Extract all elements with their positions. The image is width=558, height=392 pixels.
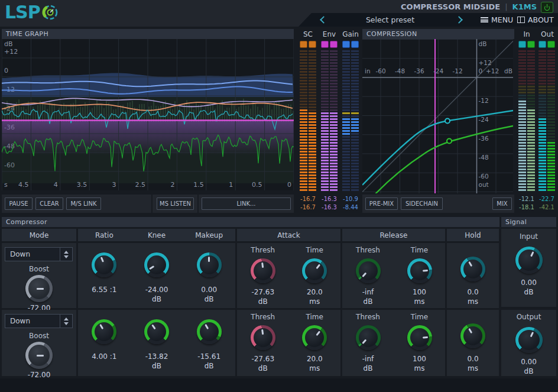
mid-attack-thresh-value: -27.63 — [251, 287, 274, 297]
lsp-logo: LSP — [5, 1, 60, 24]
knee-column-header: Knee — [131, 231, 183, 239]
sc-meter-value-side: -16.7 — [297, 204, 319, 210]
mid-release-thresh-knob[interactable] — [356, 258, 381, 283]
status-bar: + − + − T + − JACK: ON ? ✕ — [0, 378, 558, 392]
svg-text:3: 3 — [112, 181, 116, 189]
mid-mode-select[interactable]: Down — [5, 247, 73, 261]
side-release-time-value: 100 — [413, 354, 426, 364]
side-makeup-knob[interactable] — [197, 319, 222, 344]
input-gain-knob[interactable] — [515, 247, 543, 274]
mix-button[interactable]: MIX — [492, 197, 512, 210]
plugin-title: COMPRESSOR MIDSIDE — [401, 2, 500, 11]
env-side-toggle[interactable] — [330, 41, 338, 48]
side-makeup-unit: dB — [205, 361, 214, 371]
side-release-thresh-knob[interactable] — [356, 325, 381, 350]
side-release-thresh-unit: dB — [364, 364, 373, 373]
compressor-section-title: Compressor — [2, 217, 499, 227]
mid-attack-thresh-unit: dB — [258, 297, 268, 306]
side-mode-select[interactable]: Down — [5, 314, 73, 328]
svg-text:2.5: 2.5 — [135, 181, 146, 189]
svg-text:dB: dB — [504, 67, 512, 74]
side-attack-thresh-value: -27.63 — [251, 354, 274, 364]
side-mode-value: Down — [5, 317, 60, 325]
lsp-logo-gear-icon — [40, 3, 60, 22]
menu-label: MENU — [491, 15, 513, 24]
gain-meter-value-side: -8.44 — [340, 204, 361, 210]
sc-side-toggle[interactable] — [309, 41, 316, 48]
pause-button[interactable]: PAUSE — [5, 197, 33, 210]
gain-side-toggle[interactable] — [351, 41, 359, 48]
side-hold-knob[interactable] — [460, 323, 485, 348]
signal-section-title: Signal — [501, 217, 556, 227]
signal-output-cell: Output 0.00 dB — [501, 310, 556, 376]
compression-graph[interactable]: in-60-48-36-24-120+12dBdB+12-12-24-36-48… — [362, 39, 513, 193]
title-separator: | — [505, 2, 507, 11]
compression-title: COMPRESSION — [362, 29, 514, 39]
in-meter — [518, 50, 535, 191]
in-meter-value-side: -18.1 — [516, 204, 537, 210]
mid-makeup-value: 0.00 — [201, 285, 217, 294]
side-release-time-knob[interactable] — [407, 325, 432, 350]
out-side-toggle[interactable] — [547, 41, 555, 48]
side-boost-knob[interactable] — [25, 342, 53, 369]
makeup-column-header: Makeup — [183, 231, 235, 239]
mid-release-thresh-value: -inf — [362, 287, 374, 297]
svg-text:1: 1 — [229, 181, 233, 189]
link-button[interactable]: LINK... — [202, 197, 291, 210]
time-graph: dB+120-12-24-36-48-60s4.543.532.521.510.… — [2, 39, 294, 190]
in-mid-toggle[interactable] — [518, 41, 526, 48]
plugin-variant: K1MS — [512, 2, 537, 11]
side-knee-value: -13.82 — [145, 352, 168, 361]
output-gain-knob[interactable] — [515, 327, 543, 353]
mid-attack-thresh-knob[interactable] — [251, 258, 275, 283]
mid-boost-knob[interactable] — [25, 275, 53, 302]
svg-text:0: 0 — [479, 67, 483, 74]
menu-button[interactable]: MENU — [481, 15, 513, 24]
side-ratio-knob[interactable] — [92, 319, 116, 344]
bypass-power-button[interactable] — [541, 2, 553, 13]
premix-button[interactable]: PRE-MIX — [365, 197, 398, 210]
mid-attack-time-knob[interactable] — [302, 258, 327, 283]
side-attack-thresh-knob[interactable] — [251, 325, 275, 350]
svg-text:2: 2 — [170, 181, 174, 189]
side-mode-spinner[interactable] — [60, 315, 72, 328]
about-label: ABOUT — [528, 15, 554, 24]
gain-meter-value-mid: -10.9 — [340, 196, 361, 202]
sc-mid-toggle[interactable] — [300, 41, 307, 48]
mid-knee-knob[interactable] — [144, 252, 169, 277]
side-knee-knob[interactable] — [144, 319, 169, 344]
mid-release-time-knob[interactable] — [407, 258, 432, 283]
plugin-window: LSP COMPRESSOR MIDSIDE | K1MS Select pre… — [0, 0, 558, 392]
svg-text:1.5: 1.5 — [193, 181, 204, 189]
preset-select[interactable]: Select preset — [340, 15, 440, 24]
mid-makeup-knob[interactable] — [197, 252, 222, 277]
svg-text:0: 0 — [4, 67, 8, 74]
ms-link-button[interactable]: M/S LINK — [66, 197, 101, 210]
sc-meter-label: SC — [299, 30, 317, 38]
mid-knee-unit: dB — [152, 294, 161, 304]
gain-mid-toggle[interactable] — [342, 41, 350, 48]
input-gain-unit: dB — [524, 287, 534, 297]
svg-text:3.5: 3.5 — [77, 181, 87, 189]
mid-boost-dash — [37, 288, 44, 290]
mid-ratio-knob[interactable] — [92, 252, 116, 277]
side-hold-cell: 0.0 ms — [447, 310, 499, 376]
mid-attack-time-unit: ms — [309, 297, 320, 306]
mid-mode-value: Down — [5, 250, 60, 258]
side-mode-cell: Down Boost -72.00 — [2, 310, 76, 376]
svg-text:0: 0 — [287, 181, 291, 189]
ms-listen-button[interactable]: MS LISTEN — [157, 197, 194, 210]
clear-button[interactable]: CLEAR — [35, 197, 63, 210]
env-mid-toggle[interactable] — [321, 41, 329, 48]
side-attack-thresh-label: Thresh — [251, 313, 275, 322]
side-attack-cell: Thresh -27.63 dB Time 20.0 ms — [237, 310, 340, 376]
input-label: Input — [520, 232, 538, 241]
out-mid-toggle[interactable] — [538, 41, 546, 48]
about-button[interactable]: ABOUT — [517, 15, 554, 24]
sidechain-button[interactable]: SIDECHAIN — [401, 197, 443, 210]
mid-mode-spinner[interactable] — [60, 248, 72, 261]
in-side-toggle[interactable] — [527, 41, 535, 48]
mid-hold-knob[interactable] — [460, 257, 485, 281]
svg-text:s: s — [4, 181, 8, 189]
side-attack-time-knob[interactable] — [302, 325, 327, 350]
